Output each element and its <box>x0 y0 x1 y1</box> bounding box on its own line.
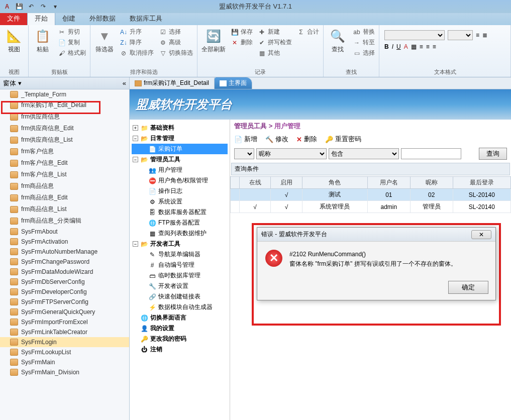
nav-item[interactable]: SysFrmAutoNumberManage <box>0 247 129 257</box>
tree-node[interactable]: ⚡数据模块自动生成器 <box>132 302 228 312</box>
tree-node[interactable]: 🔗快速创建链接表 <box>132 291 228 302</box>
undo-icon[interactable]: ↶ <box>27 3 35 11</box>
tree-node[interactable]: 👥用户管理 <box>132 165 228 175</box>
collapse-icon[interactable]: « <box>123 79 126 87</box>
add-button[interactable]: 📄新增 <box>234 135 257 144</box>
font-size-select[interactable] <box>448 30 473 40</box>
column-header[interactable]: 最后登录 <box>453 177 510 189</box>
redo-icon[interactable]: ↷ <box>39 3 47 11</box>
clear-sort-button[interactable]: ⊘取消排序 <box>119 48 155 58</box>
query-button[interactable]: 查询 <box>479 148 507 160</box>
tree-node[interactable]: 👤我的设置 <box>132 323 228 334</box>
nav-item[interactable]: frm商品信息_Edit <box>0 192 129 203</box>
select-button[interactable]: ☑选择 <box>158 27 194 37</box>
nav-item[interactable]: SysFrmChangePassword <box>0 257 129 267</box>
nav-item[interactable]: SysFrmImportFromExcel <box>0 317 129 327</box>
tree-node[interactable]: ▦查阅列表数据维护 <box>132 228 228 239</box>
save-icon[interactable]: 💾 <box>15 3 23 11</box>
tree-node[interactable]: −📂管理员工具 <box>132 154 228 165</box>
tree-node[interactable]: 🌐切换界面语言 <box>132 312 228 323</box>
column-header[interactable]: 昵称 <box>410 177 453 189</box>
font-family-select[interactable] <box>384 30 445 40</box>
tree-node[interactable]: −📂开发者工具 <box>132 239 228 249</box>
tree-node[interactable]: 🔑更改我的密码 <box>132 334 228 344</box>
tab-start[interactable]: 开始 <box>27 12 55 25</box>
nav-item[interactable]: frm供应商信息 <box>0 111 129 123</box>
sort-desc-button[interactable]: Z↓降序 <box>119 38 155 47</box>
column-header[interactable]: 在线 <box>240 177 271 189</box>
spell-check-button[interactable]: ✔拼写检查 <box>257 38 293 47</box>
tree-node[interactable]: 🗄数据库服务器配置 <box>132 207 228 218</box>
underline-button[interactable]: U <box>396 43 401 50</box>
filter-value[interactable] <box>401 148 461 159</box>
nav-item[interactable]: frm供应商信息_Edit <box>0 123 129 134</box>
nav-item[interactable]: frm商品信息_List <box>0 203 129 215</box>
tree-node[interactable]: ✎导航菜单编辑器 <box>132 249 228 260</box>
nav-item[interactable]: SysFrmLookupList <box>0 347 129 357</box>
bold-button[interactable]: B <box>384 43 389 50</box>
nav-item[interactable]: SysFrmActivation <box>0 237 129 247</box>
tree-node[interactable]: 🔧开发者设置 <box>132 281 228 291</box>
nav-item[interactable]: frm采购订单_Edit_Detail <box>0 99 129 111</box>
new-record-button[interactable]: ✚新建 <box>257 27 293 37</box>
tree-node[interactable]: ⛔用户角色/权限管理 <box>132 175 228 186</box>
tree-node[interactable]: 🗃临时数据库管理 <box>132 270 228 281</box>
nav-item[interactable]: SysFrmMain <box>0 357 129 367</box>
tree-node[interactable]: #自动编号管理 <box>132 260 228 270</box>
filter-button[interactable]: ▼筛选器 <box>93 27 116 58</box>
nav-item[interactable]: frm客户信息 <box>0 146 129 157</box>
nav-item[interactable]: SysFrmDbServerConfig <box>0 277 129 287</box>
doc-tab-form[interactable]: frm采购订单_Edit_Detail <box>130 77 215 89</box>
navpane-header[interactable]: 窗体 ▾ « <box>0 77 129 89</box>
nav-item[interactable]: frm客户信息_Edit <box>0 157 129 169</box>
tree-node[interactable]: ⚙系统设置 <box>132 196 228 207</box>
reset-pwd-button[interactable]: 🔑重置密码 <box>325 135 361 144</box>
advanced-button[interactable]: ⚙高级 <box>158 38 194 47</box>
nav-item[interactable]: SysFrmGeneralQuickQuery <box>0 307 129 317</box>
qat-more-icon[interactable]: ▾ <box>51 3 59 11</box>
filter-field[interactable]: 昵称 <box>256 148 327 159</box>
delete-button[interactable]: ✕删除 <box>296 135 317 144</box>
nav-item[interactable]: SysFrmLinkTableCreator <box>0 327 129 337</box>
sort-asc-button[interactable]: A↓升序 <box>119 27 155 37</box>
cut-button[interactable]: ✂剪切 <box>57 27 87 37</box>
numbering-icon[interactable]: ≣ <box>482 32 487 39</box>
goto-button[interactable]: →转至 <box>352 38 376 47</box>
table-row[interactable]: √√系统管理员admin管理员SL-20140 <box>231 201 511 213</box>
totals-button[interactable]: Σ合计 <box>296 27 320 37</box>
nav-item[interactable]: _Template_Form <box>0 89 129 99</box>
bullets-icon[interactable]: ≡ <box>476 32 479 39</box>
nav-item[interactable]: frm商品信息 <box>0 180 129 192</box>
nav-item[interactable]: SysFrmDeveloperConfig <box>0 287 129 297</box>
file-tab[interactable]: 文件 <box>0 12 27 25</box>
tree-node[interactable]: 📄操作日志 <box>132 186 228 196</box>
find-button[interactable]: 🔍查找 <box>327 27 349 58</box>
tab-create[interactable]: 创建 <box>55 12 82 25</box>
highlight-button[interactable]: ▦ <box>411 43 417 50</box>
view-button[interactable]: 📐视图 <box>3 27 25 55</box>
tree-node-selected[interactable]: 📄采购订单 <box>132 144 228 154</box>
nav-item[interactable]: SysFrmFTPServerConfig <box>0 297 129 307</box>
copy-button[interactable]: 📄复制 <box>57 38 87 47</box>
align-right-button[interactable]: ≡ <box>433 43 436 50</box>
format-painter-button[interactable]: 🖌格式刷 <box>57 48 87 58</box>
nav-item[interactable]: SysFrmMain_Division <box>0 367 129 377</box>
delete-button[interactable]: ✕删除 <box>230 38 254 47</box>
dropdown-icon[interactable]: ▾ <box>18 79 22 87</box>
tree-node[interactable]: 🌐FTP服务器配置 <box>132 218 228 228</box>
nav-item[interactable]: SysFrmDataModuleWizard <box>0 267 129 277</box>
tree-node[interactable]: ⏻注销 <box>132 344 228 355</box>
nav-item[interactable]: SysFrmAbout <box>0 227 129 237</box>
dialog-close-button[interactable]: ✕ <box>471 230 491 239</box>
tree-node[interactable]: −📂日常管理 <box>132 133 228 144</box>
nav-item[interactable]: frm商品信息_分类编辑 <box>0 215 129 227</box>
filter-op[interactable]: 包含 <box>329 148 399 159</box>
save-record-button[interactable]: 💾保存 <box>230 27 254 37</box>
edit-button[interactable]: 🔨修改 <box>265 135 288 144</box>
nav-item[interactable]: frm客户信息_List <box>0 169 129 180</box>
nav-item[interactable]: frm供应商信息_List <box>0 134 129 146</box>
column-header[interactable]: 用户名 <box>367 177 410 189</box>
align-center-button[interactable]: ≡ <box>426 43 430 50</box>
replace-button[interactable]: ab替换 <box>352 27 376 37</box>
column-header[interactable]: 启用 <box>271 177 302 189</box>
